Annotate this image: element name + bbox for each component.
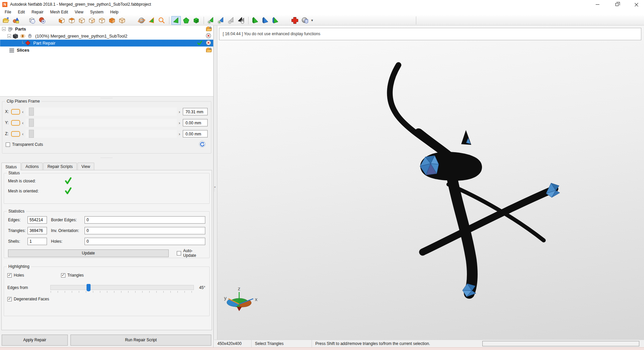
menu-repair[interactable]: Repair [28, 9, 47, 15]
tab-status[interactable]: Status [1, 163, 21, 170]
slider-left-arrow[interactable]: ‹ [20, 120, 25, 125]
tab-repair-scripts[interactable]: Repair Scripts [43, 163, 76, 170]
select-all-triangles-icon[interactable] [206, 16, 215, 25]
view-back-icon[interactable] [77, 16, 87, 25]
transparent-cuts-checkbox[interactable] [6, 142, 10, 147]
mesh-closed-check-icon [64, 177, 72, 186]
view-front-icon[interactable] [107, 16, 117, 25]
folder-tools-icon[interactable] [206, 47, 212, 53]
menu-system[interactable]: System [87, 9, 107, 15]
shells-field[interactable] [28, 238, 47, 245]
panel-splitter[interactable] [214, 25, 217, 340]
edges-angle-slider[interactable] [50, 285, 194, 290]
mesh-canvas[interactable]: z y x [217, 25, 644, 340]
tab-actions[interactable]: Actions [21, 163, 43, 170]
folder-tools-icon[interactable] [206, 26, 212, 32]
horizontal-splitter[interactable] [0, 156, 213, 160]
shells-label: Shells: [8, 239, 28, 244]
add-parts-icon[interactable] [11, 16, 21, 25]
clip-slider-thumb[interactable] [29, 130, 34, 138]
transparent-cuts-label: Transparent Cuts [12, 142, 43, 147]
panel-splitter-handle[interactable] [214, 186, 215, 192]
clear-selection-icon[interactable] [226, 16, 235, 25]
clip-plane-toggle-z[interactable] [11, 131, 20, 137]
clip-slider-thumb[interactable] [29, 108, 34, 116]
reset-clip-planes-icon[interactable] [199, 141, 206, 149]
update-button[interactable]: Update [8, 249, 169, 257]
menu-help[interactable]: Help [107, 9, 122, 15]
tab-view[interactable]: View [77, 163, 94, 170]
view-bottom-icon[interactable] [117, 16, 127, 25]
degenerated-faces-checkbox[interactable] [7, 297, 12, 301]
select-surfaces-icon[interactable] [181, 16, 191, 25]
view-top-icon[interactable] [67, 16, 76, 25]
apply-repair-button[interactable]: Apply Repair [2, 335, 68, 346]
open-project-icon[interactable] [1, 16, 11, 25]
netfabb-logo-icon: N [2, 2, 7, 7]
menu-view[interactable]: View [71, 9, 87, 15]
slider-right-arrow[interactable]: › [177, 109, 182, 114]
clip-value-x[interactable] [183, 108, 208, 115]
invert-selection-icon[interactable] [236, 16, 246, 25]
view-right-icon[interactable] [97, 16, 107, 25]
display-mode-dropdown-caret[interactable]: ▼ [311, 19, 314, 22]
slider-right-arrow[interactable]: › [177, 131, 182, 136]
tree-row-part[interactable]: (100%) Merged_green_tree_python1_SubTool… [0, 33, 213, 40]
slider-left-arrow[interactable]: ‹ [20, 131, 25, 136]
remove-circle-icon[interactable] [206, 33, 212, 39]
clip-slider-y[interactable] [25, 119, 177, 127]
edges-field[interactable] [28, 216, 47, 224]
orient-triangles-icon[interactable] [271, 16, 280, 25]
menu-mesh-edit[interactable]: Mesh Edit [47, 9, 71, 15]
holes-checkbox[interactable] [7, 273, 12, 278]
zoom-window-icon[interactable] [157, 16, 166, 25]
viewport-3d[interactable]: z y x [ 16:04:44 ] You do not use enhanc… [217, 25, 644, 340]
view-isometric-icon[interactable] [57, 16, 66, 25]
clip-value-y[interactable] [183, 119, 208, 126]
close-button[interactable] [632, 1, 641, 8]
flip-selected-triangles-icon[interactable] [251, 16, 260, 25]
clip-plane-toggle-y[interactable] [11, 120, 20, 126]
close-icon [635, 3, 638, 6]
run-repair-script-button[interactable]: Run Repair Script [70, 335, 211, 346]
border-edges-field[interactable] [85, 216, 205, 224]
slider-thumb[interactable] [87, 284, 91, 291]
clip-row-x: X: ‹ › [5, 107, 208, 116]
collapse-expander-icon[interactable] [2, 27, 6, 31]
view-left-icon[interactable] [87, 16, 97, 25]
collapse-expander-icon[interactable] [7, 34, 11, 38]
inv-orientation-field[interactable] [85, 227, 205, 234]
auto-update-checkbox[interactable] [177, 251, 181, 255]
remove-circle-icon[interactable] [206, 40, 212, 46]
mesh-oriented-check-icon [64, 187, 72, 196]
clip-plane-toggle-x[interactable] [11, 109, 20, 115]
display-mode-icon[interactable] [300, 16, 310, 25]
zoom-to-model-icon[interactable] [137, 16, 146, 25]
tree-row-parts[interactable]: Parts [0, 25, 213, 33]
expand-selection-icon[interactable] [216, 16, 225, 25]
menu-edit[interactable]: Edit [14, 9, 28, 15]
menu-file[interactable]: File [1, 9, 14, 15]
minimize-button[interactable] [593, 1, 602, 8]
repair-part-icon[interactable] [290, 16, 300, 25]
holes-field[interactable] [85, 238, 205, 245]
slider-right-arrow[interactable]: › [177, 120, 182, 125]
flip-all-triangles-icon[interactable] [261, 16, 270, 25]
clip-value-z[interactable] [183, 130, 208, 137]
visibility-eye-icon[interactable] [20, 33, 26, 39]
triangles-field[interactable] [28, 227, 47, 234]
restore-button[interactable] [612, 1, 621, 8]
zoom-to-selection-icon[interactable] [147, 16, 156, 25]
toolbar-separator [248, 17, 249, 24]
select-shells-icon[interactable] [192, 16, 201, 25]
show-part-information-icon[interactable]: i [28, 16, 37, 25]
triangles-checkbox[interactable] [61, 273, 65, 278]
clip-slider-z[interactable] [25, 130, 177, 138]
select-triangles-icon[interactable] [171, 16, 181, 25]
clip-slider-thumb[interactable] [29, 119, 34, 127]
tree-row-slices[interactable]: Slices [0, 47, 213, 54]
slider-left-arrow[interactable]: ‹ [20, 109, 25, 114]
clip-slider-x[interactable] [25, 108, 177, 116]
add-analysis-icon[interactable] [38, 16, 47, 25]
tree-row-part-repair[interactable]: └ Part Repair [0, 40, 213, 47]
